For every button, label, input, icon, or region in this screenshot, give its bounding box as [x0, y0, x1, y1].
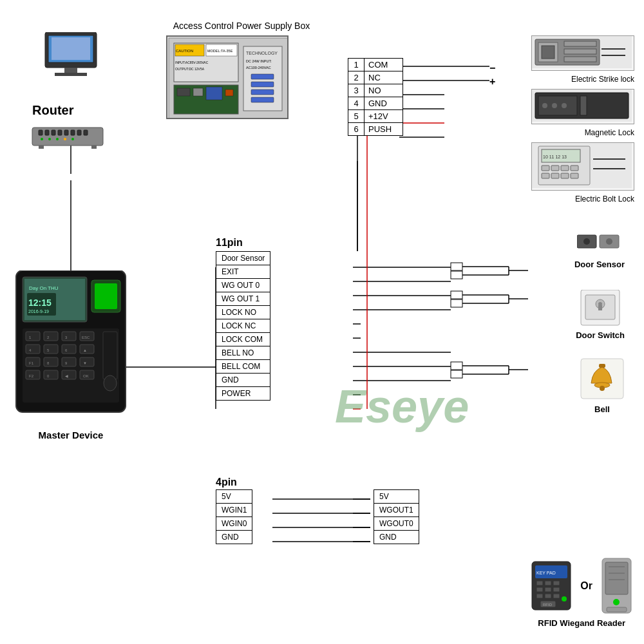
svg-point-120	[71, 138, 74, 140]
svg-point-119	[64, 138, 66, 140]
svg-rect-190	[545, 594, 551, 598]
electric-strike-svg	[532, 36, 632, 68]
svg-rect-60	[177, 88, 190, 96]
svg-rect-69	[251, 82, 274, 87]
rfid-reader-label: RFID Wiegand Reader	[529, 618, 634, 628]
pin6-label: PUSH	[365, 123, 403, 136]
svg-rect-84	[580, 96, 587, 115]
pin5-num: 5	[348, 110, 365, 123]
svg-rect-20	[451, 271, 462, 279]
4pin-right-wgout1: WGOUT1	[374, 504, 419, 517]
svg-text:Day On    THU: Day On THU	[29, 285, 59, 291]
door-sensor-icon	[577, 232, 622, 258]
power-supply-box: CAUTION MODEL:TA-35E INPUT:AC85V-265VAC …	[166, 35, 289, 119]
svg-text:10 11 12 13: 10 11 12 13	[543, 155, 567, 159]
door-sensor-right: Door Sensor	[574, 232, 625, 269]
svg-rect-70	[251, 90, 274, 95]
svg-rect-153	[62, 357, 76, 366]
pin2-label: NC	[365, 71, 403, 84]
svg-rect-185	[553, 581, 560, 585]
svg-text:AC100-240VAC: AC100-240VAC	[246, 66, 271, 70]
svg-text:F1: F1	[29, 361, 34, 365]
svg-rect-135	[44, 332, 58, 341]
svg-text:MODEL:TA-35E: MODEL:TA-35E	[207, 49, 233, 53]
svg-point-170	[606, 238, 612, 245]
pin1-num: 1	[348, 59, 365, 71]
svg-point-85	[542, 103, 547, 108]
svg-text:DC 24W INPUT:: DC 24W INPUT:	[246, 59, 272, 63]
4pin-right-wgout0: WGOUT0	[374, 517, 419, 531]
svg-rect-110	[52, 130, 55, 135]
master-device-icon: Day On THU 12:15 2016-9-19 1 2 3 ESC 4	[13, 270, 129, 425]
bell-right: Bell	[580, 357, 625, 414]
svg-point-166	[104, 375, 117, 391]
pin6-num: 6	[348, 123, 365, 136]
svg-rect-165	[103, 332, 117, 379]
label-4pin: 4pin	[216, 477, 237, 488]
4pin-right-5v: 5V	[374, 490, 419, 504]
svg-rect-112	[64, 130, 68, 135]
svg-rect-151	[44, 357, 58, 366]
svg-point-117	[48, 138, 51, 140]
svg-rect-71	[251, 97, 274, 102]
svg-rect-96	[542, 173, 549, 178]
or-label: Or	[580, 580, 592, 592]
svg-rect-61	[193, 88, 203, 96]
svg-rect-177	[599, 364, 605, 368]
pin-table-4-right: 5V WGOUT1 WGOUT0 GND	[374, 489, 419, 544]
right-devices-top: Electric Strike lock Magnetic Lock	[531, 35, 634, 204]
svg-text:12:15: 12:15	[28, 298, 52, 308]
electric-bolt-svg: 10 11 12 13	[532, 143, 632, 188]
pin-table-6: 1 COM 2 NC 3 NO 4 GND 5 +12V 6 PUSH	[348, 58, 403, 136]
svg-point-200	[613, 599, 620, 605]
electric-strike-device	[531, 35, 634, 71]
4pin-right-gnd: GND	[374, 531, 419, 544]
11pin-bell-com: BELL COM	[216, 360, 270, 374]
svg-rect-114	[77, 130, 81, 135]
svg-rect-161	[62, 370, 76, 379]
svg-rect-183	[536, 581, 543, 585]
svg-rect-111	[58, 130, 62, 135]
svg-rect-106	[55, 73, 87, 76]
pin3-label: NO	[365, 84, 403, 97]
svg-rect-63	[225, 90, 233, 96]
svg-rect-19	[451, 263, 462, 270]
svg-rect-76	[564, 41, 596, 46]
svg-rect-186	[536, 587, 543, 592]
door-switch-icon	[578, 290, 623, 328]
pin4-label: GND	[365, 97, 403, 110]
fourpin-wiring	[216, 489, 473, 554]
svg-rect-159	[44, 370, 58, 379]
bell-label: Bell	[580, 404, 625, 414]
svg-text:▲: ▲	[83, 348, 87, 352]
svg-rect-22	[451, 299, 462, 307]
svg-rect-184	[545, 581, 551, 585]
magnetic-lock-device	[531, 89, 634, 124]
electric-strike-label: Electric Strike lock	[531, 75, 634, 84]
svg-rect-94	[561, 166, 569, 171]
svg-rect-155	[80, 357, 94, 366]
pin-table-11: Door Sensor EXIT WG OUT 0 WG OUT 1 LOCK …	[216, 251, 270, 401]
master-device-section: Day On THU 12:15 2016-9-19 1 2 3 ESC 4	[13, 270, 129, 440]
svg-point-118	[56, 138, 59, 140]
computer-section	[32, 32, 109, 79]
door-switch-right: Door Switch	[576, 290, 625, 340]
svg-rect-68	[251, 74, 274, 79]
label-11pin: 11pin	[216, 237, 243, 249]
router-icon	[29, 121, 106, 150]
rfid-reader-1-icon: KEY PAD RFID	[529, 560, 574, 612]
svg-text:◀: ◀	[65, 374, 68, 378]
svg-rect-77	[564, 49, 596, 54]
4pin-left-wgin1: WGIN1	[216, 504, 252, 517]
svg-rect-191	[553, 594, 560, 598]
svg-rect-122	[91, 146, 97, 149]
11pin-lock-nc: LOCK NC	[216, 319, 270, 333]
diagram: Access Control Power Supply Box CAUTION …	[0, 0, 644, 644]
11pin-lock-com: LOCK COM	[216, 333, 270, 346]
svg-rect-32	[451, 370, 462, 378]
bell-icon	[580, 357, 625, 402]
svg-text:OUTPUT:DC 12V5A: OUTPUT:DC 12V5A	[175, 67, 205, 71]
eseye-watermark: Eseye	[335, 380, 469, 433]
svg-rect-99	[571, 173, 578, 178]
4pin-left-5v: 5V	[216, 490, 252, 504]
